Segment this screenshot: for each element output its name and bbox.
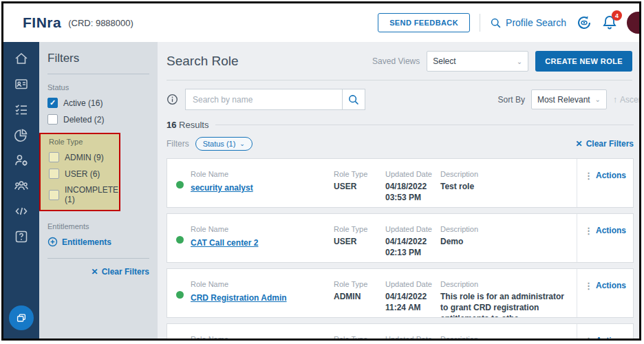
code-icon[interactable] [14,204,29,219]
role-name-header: Role Name [191,225,334,233]
pages-launcher-button[interactable] [9,305,34,330]
role-name-link[interactable]: security analyst [191,183,253,193]
sort-select[interactable]: Most Relevant ⌄ [531,89,607,109]
option-label: INCOMPLETE [65,185,118,195]
chevron-down-icon: ⌄ [595,96,601,103]
history-watch-button[interactable] [576,14,592,31]
results-word: Results [176,120,208,130]
chevron-down-icon: ⌄ [239,140,245,147]
role-result-row: Role Name CRD Registration Admin Role Ty… [167,268,634,318]
actions-menu-button[interactable]: ⋮ Actions [577,159,633,207]
chip-label: Status (1) [203,140,236,148]
checkbox-icon[interactable] [49,169,59,179]
option-count: (1) [65,195,75,204]
updated-date-header: Updated Date [385,335,440,338]
send-feedback-button[interactable]: SEND FEEDBACK [378,13,470,32]
results-divider [215,125,634,125]
help-icon[interactable] [14,229,29,244]
option-label: ADMIN [65,153,92,162]
team-icon[interactable] [14,178,29,193]
filters-panel: Filters Status ✓ Active (16) Deleted (2)… [39,42,158,338]
search-icon [490,17,502,29]
results-list: Role Name security analyst Role Type USE… [167,158,639,338]
clear-filters-label: Clear Filters [102,267,149,277]
checkbox-checked-icon[interactable]: ✓ [47,98,58,108]
role-name-link[interactable]: CAT Call center 2 [191,238,258,248]
actions-menu-button[interactable]: ⋮ Actions [577,324,633,338]
role-type-header: Role Type [334,170,385,178]
role-name-link[interactable]: CRD Registration Admin [191,293,287,303]
entitlements-group-label: Entitlements [47,222,149,230]
option-count: (9) [94,153,104,162]
saved-views-select[interactable]: Select ⌄ [427,51,528,72]
actions-label: Actions [596,281,626,290]
role-type-highlight-box: Role Type ADMIN (9) USER (6) INCOMPLETE … [39,133,120,211]
id-card-icon[interactable] [14,76,29,92]
main-content: Search Role Saved Views Select ⌄ CREATE … [158,42,639,338]
add-entitlements-link[interactable]: Entitlements [47,237,149,247]
page-title: Search Role [167,54,239,69]
notification-badge: 4 [612,10,622,21]
header-divider [167,80,632,80]
finra-logo: FINra [23,14,61,31]
clear-x-icon: ✕ [576,139,583,149]
home-icon[interactable] [14,51,29,66]
notifications-bell-button[interactable]: 4 [602,14,617,31]
header-divider [480,14,480,32]
role-name-header: Role Name [191,280,334,288]
info-icon[interactable] [167,94,178,105]
filter-option-admin[interactable]: ADMIN (9) [49,152,119,162]
nav-sidebar [3,42,39,338]
results-count: 16 [167,120,176,130]
filter-option-incomplete[interactable]: INCOMPLETE (1) [49,185,119,204]
option-count: (6) [90,169,100,179]
status-filter-chip[interactable]: Status (1) ⌄ [195,137,253,151]
clear-x-icon: ✕ [92,267,98,277]
status-group-label: Status [47,83,149,92]
checkbox-icon[interactable] [49,152,59,162]
checkbox-icon[interactable] [49,190,59,200]
user-avatar[interactable] [627,12,639,34]
filter-option-active[interactable]: ✓ Active (16) [47,98,149,108]
role-result-row: Role Name security analyst Role Type USE… [167,158,634,208]
actions-menu-button[interactable]: ⋮ Actions [577,269,633,317]
description-value: Demo [440,236,570,247]
main-clear-filters-link[interactable]: ✕ Clear Filters [576,139,634,149]
description-header: Description [440,225,570,233]
profile-search-link[interactable]: Profile Search [490,17,566,29]
profile-search-label: Profile Search [506,17,566,28]
app-frame: FINra (CRD: 9888000) SEND FEEDBACK Profi… [1,1,641,341]
pie-chart-icon[interactable] [14,127,29,142]
sidebar-clear-filters-link[interactable]: ✕ Clear Filters [47,267,149,277]
create-new-role-button[interactable]: CREATE NEW ROLE [535,51,632,72]
role-type-group-label: Role Type [49,138,119,146]
actions-label: Actions [596,171,626,180]
task-list-icon[interactable] [14,102,29,117]
filter-option-deleted[interactable]: Deleted (2) [47,114,149,125]
vertical-dots-icon: ⋮ [584,336,593,338]
crd-number: (CRD: 9888000) [68,18,133,28]
checkbox-icon[interactable] [47,114,58,125]
updated-date-header: Updated Date [385,280,440,288]
results-count-text: 16 Results [167,120,208,130]
actions-menu-button[interactable]: ⋮ Actions [577,214,633,262]
active-status-dot [176,181,184,189]
role-type-value: ADMIN [334,291,385,302]
option-count: (16) [88,98,103,108]
description-header: Description [440,280,570,288]
updated-time-value: 11:24 AM [385,302,440,313]
filter-option-user[interactable]: USER (6) [49,169,119,179]
vertical-dots-icon: ⋮ [584,226,593,236]
description-value: Test role [440,181,570,192]
option-label: Active [63,98,86,108]
search-submit-button[interactable] [342,89,365,110]
sort-value: Most Relevant [537,95,590,105]
ascending-toggle[interactable]: ↑ Ascending [613,95,639,105]
role-name-header: Role Name [191,335,334,338]
vertical-dots-icon: ⋮ [584,281,593,291]
search-input[interactable] [185,89,342,110]
user-settings-icon[interactable] [14,153,29,168]
updated-date-value: 04/14/2022 [385,291,440,302]
option-label: Deleted [63,115,92,125]
clear-filters-label: Clear Filters [586,139,634,149]
